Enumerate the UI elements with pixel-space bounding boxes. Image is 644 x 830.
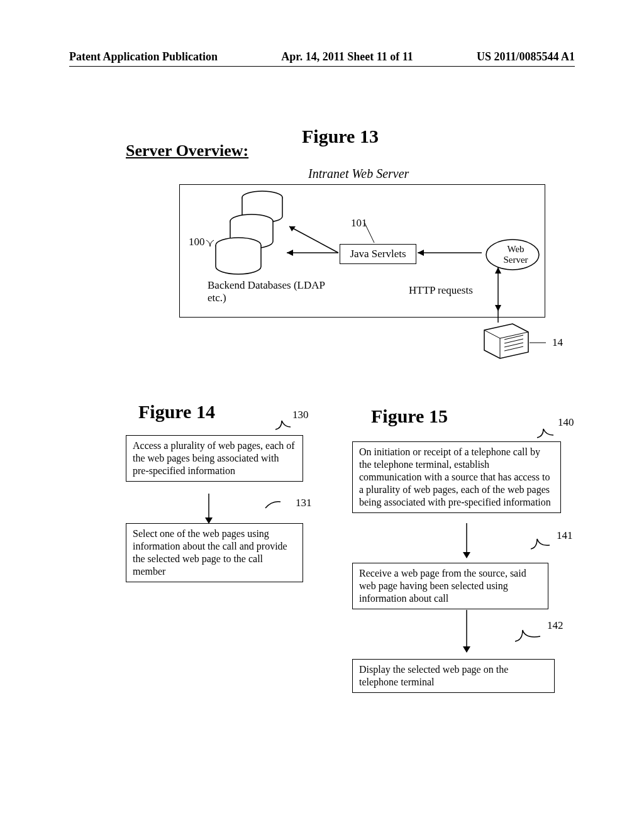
page: Patent Application Publication Apr. 14, … xyxy=(0,0,644,830)
svg-marker-23 xyxy=(463,552,470,558)
figure-15-title: Figure 15 xyxy=(371,406,448,427)
figure-13-subtitle: Intranet Web Server xyxy=(308,167,409,181)
page-header: Patent Application Publication Apr. 14, … xyxy=(69,50,575,67)
ref-num-100: 100 xyxy=(189,236,205,248)
fig15-box-1: On initiation or receipt of a telephone … xyxy=(352,441,561,513)
ref-num-14: 14 xyxy=(552,336,563,349)
fig15-arrow-2 xyxy=(459,610,478,657)
fig15-box-3: Display the selected web page on the tel… xyxy=(352,659,555,693)
http-down-connector xyxy=(497,311,516,324)
header-mid: Apr. 14, 2011 Sheet 11 of 11 xyxy=(281,50,413,64)
svg-marker-9 xyxy=(418,250,424,256)
ref-num-141: 141 xyxy=(557,529,573,542)
header-right: US 2011/0085544 A1 xyxy=(477,50,575,64)
database-icon xyxy=(211,190,292,278)
ref-num-142: 142 xyxy=(547,619,564,632)
ref-num-131: 131 xyxy=(296,497,312,509)
section-title: Server Overview: xyxy=(126,141,248,160)
fig14-box-1: Access a plurality of web pages, each of… xyxy=(126,435,303,482)
header-left: Patent Application Publication xyxy=(69,50,218,64)
fig15-arrow-1 xyxy=(459,523,478,562)
svg-marker-12 xyxy=(495,267,501,274)
figure-14-title: Figure 14 xyxy=(138,401,215,423)
svg-line-4 xyxy=(289,226,338,253)
fig15-box-2: Receive a web page from the source, said… xyxy=(352,563,548,609)
fig14-box-2: Select one of the web pages using inform… xyxy=(126,523,303,582)
ref-num-140: 140 xyxy=(558,416,574,429)
svg-marker-25 xyxy=(463,646,470,653)
ref-num-101: 101 xyxy=(351,217,367,230)
web-server-label: Web Server xyxy=(500,244,531,265)
computer-icon xyxy=(478,321,535,362)
figure-13-title: Figure 13 xyxy=(302,126,379,147)
ref-num-130: 130 xyxy=(292,409,309,421)
backend-label: Backend Databases (LDAP etc.) xyxy=(208,279,346,304)
http-label: HTTP requests xyxy=(409,284,473,297)
svg-marker-7 xyxy=(287,250,293,256)
